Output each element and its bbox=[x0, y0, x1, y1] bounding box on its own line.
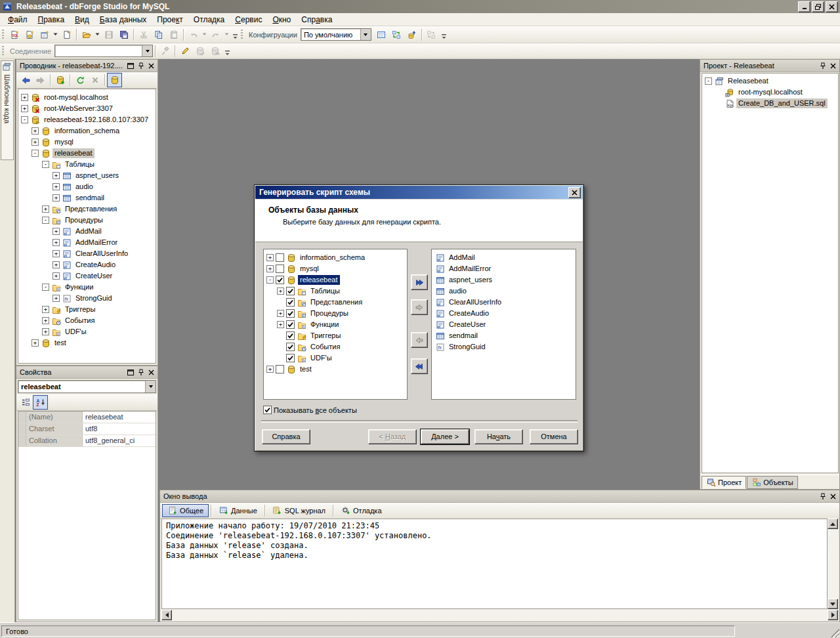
menu-правка[interactable]: Правка bbox=[33, 13, 70, 26]
expand-icon[interactable]: + bbox=[52, 194, 60, 202]
property-value[interactable]: utf8_general_ci bbox=[83, 435, 156, 446]
tree-item-information-schema[interactable]: +information_schema bbox=[264, 252, 407, 263]
tree-item-процедуры[interactable]: +Процедуры bbox=[264, 308, 407, 319]
tab-проект[interactable]: Проект bbox=[702, 476, 746, 489]
cancel-button[interactable]: Отмена bbox=[530, 429, 578, 444]
cut-button[interactable] bbox=[136, 28, 151, 42]
toolbar-grip[interactable] bbox=[2, 46, 4, 56]
one-right-button[interactable] bbox=[411, 299, 428, 315]
tree-item-mysql[interactable]: +mysql bbox=[18, 137, 156, 148]
open-folder-button[interactable] bbox=[79, 28, 94, 42]
checkbox[interactable] bbox=[286, 309, 295, 318]
open-folder-dropdown-icon[interactable] bbox=[94, 28, 101, 42]
expand-icon[interactable]: + bbox=[266, 254, 274, 261]
tree-item-mysql[interactable]: +mysql bbox=[264, 263, 407, 274]
chevron-down-icon[interactable] bbox=[360, 29, 371, 40]
property-value[interactable]: releasebeat bbox=[83, 412, 156, 423]
expand-icon[interactable]: + bbox=[32, 127, 39, 135]
tree-item-information-schema[interactable]: +information_schema bbox=[18, 125, 156, 137]
config-combobox[interactable]: По умолчанию bbox=[301, 28, 371, 41]
close-icon[interactable] bbox=[828, 492, 838, 501]
expand-icon[interactable]: + bbox=[32, 138, 39, 146]
checkbox[interactable] bbox=[286, 298, 295, 307]
expand-icon[interactable]: + bbox=[52, 172, 60, 179]
pin-icon[interactable] bbox=[818, 61, 828, 70]
menu-сервис[interactable]: Сервис bbox=[230, 13, 267, 26]
expand-icon[interactable]: + bbox=[52, 295, 60, 302]
list-item-audio[interactable]: audio bbox=[432, 286, 576, 297]
property-value[interactable]: utf8 bbox=[83, 423, 156, 435]
list-item-addmailerror[interactable]: AddMailError bbox=[432, 263, 576, 274]
checkbox[interactable] bbox=[286, 354, 295, 362]
tree-item-процедуры[interactable]: -Процедуры bbox=[18, 215, 156, 226]
property-row-collation[interactable]: Collationutf8_general_ci bbox=[18, 435, 156, 447]
scroll-left-button[interactable] bbox=[161, 610, 172, 620]
redo-dropdown-icon[interactable] bbox=[223, 28, 230, 42]
tree-item-sendmail[interactable]: +sendmail bbox=[18, 192, 156, 203]
dbl-right-button[interactable] bbox=[411, 274, 428, 290]
tree-item-root-mysql-localhost[interactable]: root-mysql.localhost bbox=[702, 87, 838, 98]
toolbar-grip[interactable] bbox=[241, 30, 243, 40]
expand-icon[interactable]: + bbox=[277, 287, 284, 295]
tree-item-releasebeat[interactable]: -releasebeat bbox=[18, 148, 156, 159]
expand-icon[interactable]: + bbox=[21, 105, 28, 112]
properties-object-selector[interactable]: releasebeat bbox=[18, 380, 156, 393]
menu-вид[interactable]: Вид bbox=[70, 13, 94, 26]
list-item-clearalluserinfo[interactable]: ClearAllUserInfo bbox=[432, 297, 576, 308]
move-db-button[interactable] bbox=[404, 28, 419, 42]
tree-item-события[interactable]: +События bbox=[18, 315, 156, 326]
toolbar-grip[interactable] bbox=[2, 30, 4, 40]
resize-grip[interactable] bbox=[831, 629, 839, 637]
tree-item-audio[interactable]: +audio bbox=[18, 181, 156, 192]
output-log[interactable]: Приложение начало работу: 19/07/2010 21:… bbox=[161, 519, 828, 609]
output-tab-общее[interactable]: Общее bbox=[162, 504, 209, 517]
vertical-scrollbar[interactable] bbox=[828, 519, 838, 609]
scroll-up-button[interactable] bbox=[828, 519, 838, 529]
one-left-button[interactable] bbox=[411, 332, 428, 348]
collapse-icon[interactable]: - bbox=[705, 77, 712, 85]
close-icon[interactable] bbox=[146, 61, 156, 70]
tree-item-таблицы[interactable]: +Таблицы bbox=[264, 286, 407, 297]
expand-icon[interactable]: + bbox=[277, 321, 284, 328]
sync-gray-button[interactable] bbox=[424, 28, 439, 42]
undo-dropdown-icon[interactable] bbox=[201, 28, 208, 42]
chevron-down-icon[interactable] bbox=[145, 381, 156, 393]
dialog-close-button[interactable] bbox=[568, 187, 581, 198]
list-item-strongguid[interactable]: fxStrongGuid bbox=[432, 341, 576, 352]
tree-item-udf-ы[interactable]: +fxUDF'ы bbox=[18, 326, 156, 337]
save-button[interactable] bbox=[101, 28, 116, 42]
tree-item-функции[interactable]: +fxФункции bbox=[264, 319, 407, 330]
sort-az-button[interactable]: AZ bbox=[33, 395, 48, 410]
new-object-button[interactable] bbox=[37, 28, 52, 42]
expand-icon[interactable]: + bbox=[52, 239, 60, 246]
expand-icon[interactable]: + bbox=[21, 94, 28, 101]
property-row-charset[interactable]: Charsetutf8 bbox=[18, 423, 156, 435]
tree-item-create-db-and-user-sql[interactable]: SQLCreate_DB_and_USER.sql bbox=[702, 98, 838, 109]
expand-icon[interactable]: + bbox=[42, 205, 49, 213]
collapse-icon[interactable]: - bbox=[42, 284, 49, 291]
toolbar-overflow-icon[interactable] bbox=[440, 28, 448, 41]
expand-icon[interactable]: + bbox=[277, 310, 284, 317]
back-arrow-button[interactable] bbox=[18, 73, 33, 87]
undo-button[interactable] bbox=[186, 28, 201, 42]
new-object-dropdown-icon[interactable] bbox=[52, 28, 59, 42]
restore-button[interactable] bbox=[812, 1, 824, 12]
checkbox[interactable] bbox=[276, 276, 284, 284]
help-button[interactable]: Справка bbox=[262, 429, 310, 444]
tree-item-представления[interactable]: +Представления bbox=[18, 203, 156, 215]
tree-item-createaudio[interactable]: +CreateAudio bbox=[18, 259, 156, 270]
list-item-addmail[interactable]: AddMail bbox=[432, 252, 576, 263]
pin-icon[interactable] bbox=[136, 61, 146, 70]
expand-icon[interactable]: + bbox=[266, 265, 274, 272]
collapse-icon[interactable]: - bbox=[21, 116, 28, 123]
copy-button[interactable] bbox=[151, 28, 166, 42]
tree-item-strongguid[interactable]: +fxStrongGuid bbox=[18, 293, 156, 304]
tree-item-udf-ы[interactable]: fxUDF'ы bbox=[264, 352, 407, 364]
menu-база-данных[interactable]: База данных bbox=[94, 13, 152, 26]
checkbox[interactable] bbox=[286, 331, 295, 340]
output-tab-данные[interactable]: Данные bbox=[213, 504, 262, 517]
expand-icon[interactable]: + bbox=[52, 183, 60, 190]
float-window-icon[interactable] bbox=[125, 61, 135, 70]
collapse-icon[interactable]: - bbox=[266, 276, 274, 284]
expand-icon[interactable]: + bbox=[266, 366, 274, 373]
